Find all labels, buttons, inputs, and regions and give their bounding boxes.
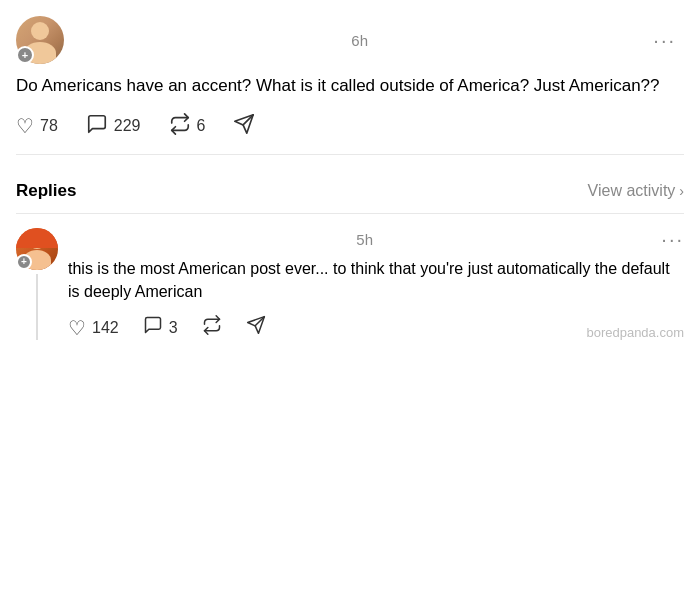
reply-repost-button[interactable] (202, 315, 222, 340)
like-button[interactable]: ♡ 78 (16, 114, 58, 138)
reply-avatar-hat (16, 228, 58, 248)
post-meta: 6h (74, 32, 645, 49)
reply-comment-button[interactable]: 3 (143, 315, 178, 340)
post-more-button[interactable]: ··· (645, 25, 684, 56)
reply-send-icon (246, 315, 266, 340)
replies-label: Replies (16, 181, 76, 201)
replies-row: Replies View activity › (16, 169, 684, 214)
repost-count: 6 (197, 117, 206, 135)
reply-more-button[interactable]: ··· (661, 228, 684, 251)
reply-like-button[interactable]: ♡ 142 (68, 316, 119, 340)
reply-thread-line (36, 274, 38, 340)
like-count: 78 (40, 117, 58, 135)
post-time: 6h (351, 32, 368, 49)
reply-repost-icon (202, 315, 222, 340)
heart-icon: ♡ (16, 114, 34, 138)
repost-button[interactable]: 6 (169, 113, 206, 140)
reply-left: + (16, 228, 58, 340)
reply-meta: 5h (68, 231, 661, 248)
send-icon (233, 113, 255, 140)
post-text: Do Americans have an accent? What is it … (16, 74, 684, 99)
post-avatar-wrap[interactable]: + (16, 16, 64, 64)
send-button[interactable] (233, 113, 255, 140)
view-activity-button[interactable]: View activity › (588, 182, 684, 200)
reply-avatar-wrap[interactable]: + (16, 228, 58, 270)
reply-header: 5h ··· (68, 228, 684, 251)
watermark: boredpanda.com (586, 325, 684, 340)
reply-comment-icon (143, 315, 163, 340)
view-activity-arrow: › (679, 183, 684, 199)
reply-text: this is the most American post ever... t… (68, 257, 684, 303)
reply-comment-count: 3 (169, 319, 178, 337)
post-container: + 6h ··· Do Americans have an accent? Wh… (0, 0, 700, 214)
repost-icon (169, 113, 191, 140)
reply-content: 5h ··· this is the most American post ev… (68, 228, 684, 340)
post-actions: ♡ 78 229 6 (16, 113, 684, 155)
reply-heart-icon: ♡ (68, 316, 86, 340)
reply-send-button[interactable] (246, 315, 266, 340)
reply-container: + 5h ··· this is the most American post … (0, 214, 700, 354)
post-avatar-plus: + (16, 46, 34, 64)
comment-count: 229 (114, 117, 141, 135)
comment-icon (86, 113, 108, 140)
comment-button[interactable]: 229 (86, 113, 141, 140)
view-activity-text: View activity (588, 182, 676, 200)
reply-avatar-plus: + (16, 254, 32, 270)
reply-time: 5h (356, 231, 373, 248)
reply-like-count: 142 (92, 319, 119, 337)
post-header: + 6h ··· (16, 16, 684, 64)
